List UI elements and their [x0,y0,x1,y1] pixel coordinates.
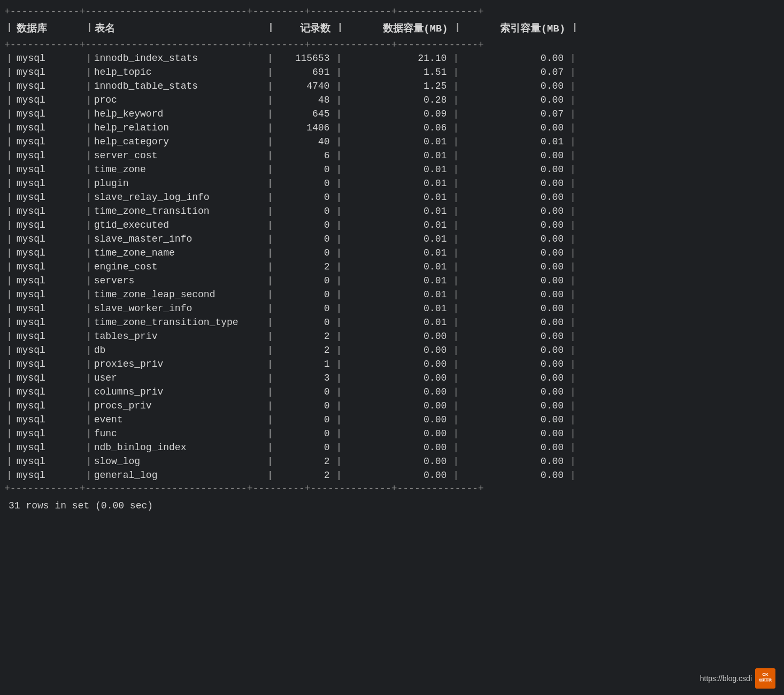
cell-data-size: 0.00 [344,345,451,356]
sep4: | [334,109,344,119]
sep6: | [568,373,578,383]
header-separator: +------------+--------------------------… [4,38,780,51]
cell-records: 0 [275,428,334,439]
cell-records: 0 [275,164,334,175]
sep4: | [334,261,344,272]
cell-table: innodb_index_stats [94,53,265,64]
cell-records: 0 [275,289,334,300]
cell-index-size: 0.00 [461,81,568,91]
cell-data-size: 0.01 [344,248,451,258]
sep6: | [568,345,578,356]
table-row: | mysql | help_relation | 1406 | 0.06 | … [4,121,780,135]
sep5: | [451,95,461,105]
sep6: | [568,95,578,105]
sep6: | [568,53,578,64]
cell-index-size: 0.00 [461,345,568,356]
sep1: | [4,178,14,189]
sep1: | [4,122,14,133]
sep4: | [335,21,345,35]
cell-table: help_keyword [94,109,265,119]
table-row: | mysql | engine_cost | 2 | 0.01 | 0.00 … [4,260,780,274]
cell-db: mysql [14,234,84,244]
cell-data-size: 0.00 [344,359,451,369]
sep5: | [451,345,461,356]
header-db: 数据库 [14,21,84,35]
cell-db: mysql [14,178,84,189]
cell-table: engine_cost [94,261,265,272]
cell-index-size: 0.00 [461,178,568,189]
sep2: | [84,109,94,119]
sep1: | [4,261,14,272]
sep6: | [570,21,580,35]
sep2: | [84,122,94,133]
sep2: | [84,442,94,453]
table-row: | mysql | func | 0 | 0.00 | 0.00 | [4,427,780,441]
sep6: | [568,150,578,161]
sep3: | [265,442,275,453]
cell-table: func [94,428,265,439]
cell-table: slave_master_info [94,234,265,244]
cell-db: mysql [14,317,84,328]
footer-text: 31 rows in set (0.00 sec) [4,495,780,513]
sep6: | [568,275,578,286]
table-row: | mysql | user | 3 | 0.00 | 0.00 | [4,371,780,385]
table-container: +------------+--------------------------… [0,5,784,513]
sep5: | [451,67,461,78]
sep1: | [4,373,14,383]
sep2: | [84,67,94,78]
cell-records: 0 [275,234,334,244]
cell-db: mysql [14,67,84,78]
cell-db: mysql [14,220,84,230]
cell-records: 0 [275,442,334,453]
cell-table: time_zone_transition_type [94,317,265,328]
cell-index-size: 0.00 [461,192,568,203]
cell-records: 115653 [275,53,334,64]
sep4: | [334,442,344,453]
cell-records: 3 [275,373,334,383]
sep6: | [568,331,578,342]
table-row: | mysql | general_log | 2 | 0.00 | 0.00 … [4,468,780,482]
cell-data-size: 0.00 [344,387,451,397]
sep2: | [84,234,94,244]
sep2: | [84,470,94,481]
sep5: | [451,192,461,203]
cell-records: 1406 [275,122,334,133]
cell-db: mysql [14,345,84,356]
cell-db: mysql [14,400,84,411]
sep4: | [334,53,344,64]
table-row: | mysql | help_topic | 691 | 1.51 | 0.07… [4,65,780,79]
sep6: | [568,317,578,328]
sep4: | [334,303,344,314]
cell-table: slave_worker_info [94,303,265,314]
cell-data-size: 0.00 [344,373,451,383]
sep6: | [568,456,578,467]
sep6: | [568,81,578,91]
sep3: | [265,456,275,467]
sep3: | [265,206,275,217]
sep4: | [334,220,344,230]
sep5: | [451,373,461,383]
sep5: | [451,261,461,272]
table-row: | mysql | proxies_priv | 1 | 0.00 | 0.00… [4,357,780,371]
cell-table: user [94,373,265,383]
header-records: 记录数 [276,21,335,35]
cell-index-size: 0.00 [461,303,568,314]
cell-data-size: 0.09 [344,109,451,119]
sep4: | [334,136,344,147]
cell-index-size: 0.00 [461,442,568,453]
sep5: | [451,136,461,147]
table-row: | mysql | tables_priv | 2 | 0.00 | 0.00 … [4,329,780,343]
header-table: 表名 [95,21,266,35]
sep3: | [265,53,275,64]
cell-table: proxies_priv [94,359,265,369]
sep2: | [84,220,94,230]
cell-records: 2 [275,456,334,467]
cell-records: 2 [275,345,334,356]
table-row: | mysql | slave_worker_info | 0 | 0.01 |… [4,302,780,315]
table-row: | mysql | gtid_executed | 0 | 0.01 | 0.0… [4,218,780,232]
sep5: | [451,275,461,286]
sep3: | [265,470,275,481]
sep2: | [84,248,94,258]
cell-table: tables_priv [94,331,265,342]
sep4: | [334,400,344,411]
